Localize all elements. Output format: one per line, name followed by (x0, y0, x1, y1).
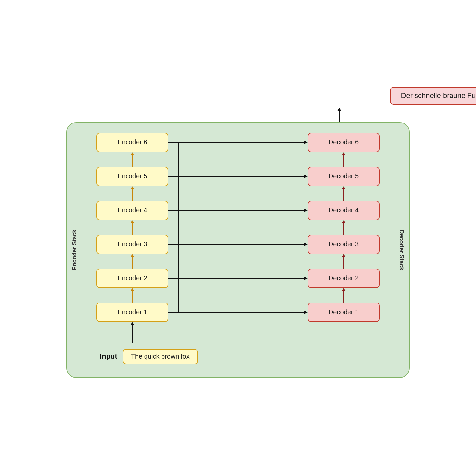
encoder-1-group: Encoder 1 (96, 303, 168, 322)
decoder-4-block: Decoder 4 (308, 201, 380, 220)
decoder-1-group: Decoder 1 (308, 303, 380, 322)
enc-arrow-input-1 (130, 322, 134, 343)
encoder-stack-label: Encoder Stack (71, 229, 78, 270)
dec-arrow-5-6 (342, 152, 346, 167)
input-box: The quick brown fox (123, 349, 198, 364)
enc-arrow-1-2 (130, 288, 134, 303)
encoder-4-block: Encoder 4 (96, 201, 168, 220)
input-label: Input (100, 352, 117, 361)
dec-arrow-1-2 (342, 288, 346, 303)
decoder-2-block: Decoder 2 (308, 269, 380, 288)
enc-arrow-4-5 (130, 186, 134, 201)
decoder-4-group: Decoder 4 (308, 201, 380, 220)
encoder-3-group: Encoder 3 (96, 235, 168, 254)
encoder-column: Encoder 6 Encoder 5 (90, 133, 175, 343)
encoder-1-block: Encoder 1 (96, 303, 168, 322)
enc-arrow-3-4 (130, 220, 134, 235)
decoder-1-block: Decoder 1 (308, 303, 380, 322)
output-box: Der schnelle braune Fuchs (390, 87, 476, 105)
encoder-3-block: Encoder 3 (96, 235, 168, 254)
decoder-6-block: Decoder 6 (308, 133, 380, 152)
encoder-6-block: Encoder 6 (96, 133, 168, 152)
encoder-6-group: Encoder 6 (96, 133, 168, 152)
decoder-stack-label: Decoder Stack (398, 229, 405, 270)
inner-area: Encoder 6 Encoder 5 (80, 133, 396, 343)
dec-arrow-3-4 (342, 220, 346, 235)
encoder-5-group: Encoder 5 (96, 167, 168, 186)
diagram-wrapper: Der schnelle braune Fuchs Encoder Stack … (58, 74, 418, 384)
decoder-3-block: Decoder 3 (308, 235, 380, 254)
decoder-column: Decoder 6 Decoder 5 (301, 133, 386, 343)
encoder-5-block: Encoder 5 (96, 167, 168, 186)
enc-arrow-5-6 (130, 152, 134, 167)
decoder-6-group: Decoder 6 (308, 133, 380, 152)
encoder-4-group: Encoder 4 (96, 201, 168, 220)
encoder-2-group: Encoder 2 (96, 269, 168, 288)
decoder-3-group: Decoder 3 (308, 235, 380, 254)
diagram-inner: Encoder 6 Encoder 5 (80, 133, 396, 343)
encoder-2-block: Encoder 2 (96, 269, 168, 288)
decoder-2-group: Decoder 2 (308, 269, 380, 288)
dec-arrow-2-3 (342, 254, 346, 269)
decoder-5-group: Decoder 5 (308, 167, 380, 186)
main-container: Encoder Stack Decoder Stack Encoder 6 (66, 122, 410, 378)
dec-arrow-4-5 (342, 186, 346, 201)
decoder-5-block: Decoder 5 (308, 167, 380, 186)
input-area: Input The quick brown fox (80, 349, 396, 364)
enc-arrow-2-3 (130, 254, 134, 269)
